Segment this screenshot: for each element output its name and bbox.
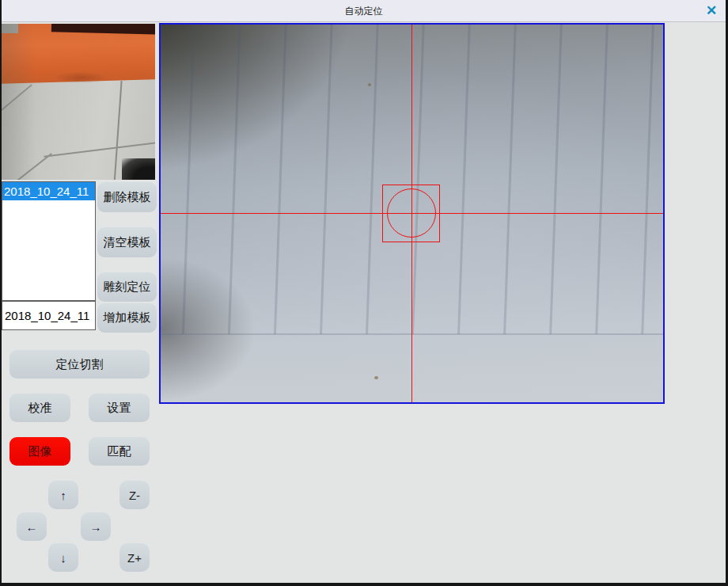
jog-up-button[interactable]: ↑ (48, 481, 78, 509)
template-name-input[interactable] (2, 301, 96, 330)
engrave-position-button[interactable]: 雕刻定位 (97, 272, 157, 302)
clear-templates-button[interactable]: 清空模板 (97, 227, 157, 257)
position-cut-button[interactable]: 定位切割 (9, 350, 150, 379)
match-button[interactable]: 匹配 (89, 437, 150, 466)
image-button-active[interactable]: 图像 (9, 437, 70, 466)
title-bar: 自动定位 ✕ (2, 0, 726, 22)
jog-z-plus-button[interactable]: Z+ (119, 543, 150, 572)
close-icon[interactable]: ✕ (703, 2, 719, 20)
roi-circle-marker (387, 188, 436, 238)
jog-down-button[interactable]: ↓ (48, 543, 78, 572)
camera-speck (368, 83, 371, 86)
dialog-title: 自动定位 (2, 0, 726, 22)
delete-template-button[interactable]: 删除模板 (97, 182, 157, 212)
template-list: 2018_10_24_11 (2, 181, 96, 301)
add-template-button[interactable]: 增加模板 (97, 303, 157, 333)
dialog-body: 2018_10_24_11 删除模板 清空模板 雕刻定位 增加模板 定位切割 校… (2, 23, 726, 583)
jog-z-minus-button[interactable]: Z- (119, 481, 150, 509)
camera-view (159, 23, 665, 404)
template-thumbnail (2, 24, 155, 180)
template-list-item[interactable]: 2018_10_24_11 (2, 182, 95, 200)
jog-left-button[interactable]: ← (17, 512, 47, 541)
camera-speck (374, 376, 378, 379)
jog-right-button[interactable]: → (81, 512, 111, 541)
settings-button[interactable]: 设置 (89, 394, 150, 422)
thumb-shading (2, 24, 155, 180)
calibrate-button[interactable]: 校准 (9, 394, 70, 422)
auto-position-dialog: 自动定位 ✕ 2018_10_24_11 删除模板 清空模板 雕刻定位 增加模板 (0, 0, 728, 586)
